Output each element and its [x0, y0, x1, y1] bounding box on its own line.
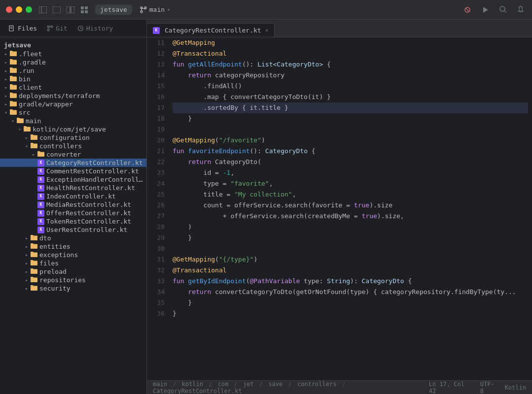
tree-item-label: controllers [39, 142, 82, 150]
folder-arrow-icon: ▾ [2, 110, 10, 115]
tree-item-repositories[interactable]: ▸repositories [0, 276, 146, 284]
svg-line-17 [504, 11, 506, 13]
code-line: .map { convertCategoryToDto(it) } [173, 92, 528, 102]
sidebar-toggle-icon[interactable] [38, 5, 48, 15]
folder-arrow-icon: ▾ [9, 118, 17, 124]
tree-item-OfferRestController[interactable]: KOfferRestController.kt [0, 209, 146, 217]
record-icon[interactable] [462, 4, 473, 15]
tree-item-fleet[interactable]: ▸.fleet [0, 50, 146, 58]
tree-item-CommentRestController[interactable]: KCommentRestController.kt [0, 167, 146, 175]
tree-item-bin[interactable]: ▸bin [0, 75, 146, 83]
tree-item-UserRestController[interactable]: KUserRestController.kt [0, 226, 146, 234]
tree-item-label: repositories [39, 276, 86, 284]
breadcrumb-part: save [268, 381, 283, 388]
tree-item-IndexController[interactable]: KIndexController.kt [0, 192, 146, 200]
plain-token: } [173, 310, 177, 317]
tree-item-ExceptionHandlerController[interactable]: KExceptionHandlerControlle... [0, 175, 146, 184]
plain-token: , [230, 169, 234, 176]
folder-arrow-icon: ▸ [2, 93, 10, 98]
function-token: getByIdEndpoint [188, 277, 246, 285]
tree-item-label: CommentRestController.kt [46, 167, 139, 175]
code-line: ) [173, 222, 528, 232]
kotlin-file-icon: K [37, 201, 44, 208]
run-icon[interactable] [480, 4, 491, 15]
tree-item-preload[interactable]: ▸preload [0, 267, 146, 276]
branch-icon [140, 6, 147, 13]
tree-item-entities[interactable]: ▸entities [0, 242, 146, 251]
tree-item-converter[interactable]: ▸converter [0, 150, 146, 159]
tree-item-client[interactable]: ▸client [0, 83, 146, 92]
line-number: 13 [151, 59, 165, 70]
tree-item-files[interactable]: ▸files [0, 259, 146, 267]
plain-token: } [173, 234, 192, 241]
tree-item-gradle[interactable]: ▸.gradle [0, 58, 146, 66]
grid-icon[interactable] [79, 5, 89, 15]
tree-item-run[interactable]: ▸.run [0, 66, 146, 75]
folder-arrow-icon: ▸ [23, 244, 31, 249]
tree-item-label: bin [19, 75, 30, 83]
code-line: @GetMapping [173, 37, 528, 48]
tree-item-src[interactable]: ▾src [0, 108, 146, 117]
tab-close-icon[interactable]: ✕ [265, 27, 269, 33]
minimize-button[interactable] [16, 6, 22, 13]
line-number: 35 [151, 297, 165, 308]
tree-item-configuration[interactable]: ▸configuration [0, 133, 146, 142]
layout1-icon[interactable] [52, 5, 62, 15]
tree-item-label: configuration [39, 134, 90, 141]
code-line: @GetMapping("/favorite") [173, 135, 528, 146]
line-number: 12 [151, 48, 165, 59]
project-name[interactable]: jetsave [95, 4, 132, 15]
tree-item-CategoryRestController[interactable]: KCategoryRestController.kt [0, 159, 146, 167]
tree-item-deployments[interactable]: ▸deployments/terraform [0, 92, 146, 100]
close-button[interactable] [6, 6, 12, 13]
code-line: return CategoryDto( [173, 157, 528, 167]
bell-icon[interactable] [515, 4, 526, 15]
tree-item-kotlin_com_jet_save[interactable]: ▾kotlin/com/jet/save [0, 125, 146, 133]
sidebar-tab-history[interactable]: History [72, 23, 118, 34]
plain-token: , [292, 191, 296, 198]
tree-item-dto[interactable]: ▸dto [0, 234, 146, 242]
type-token: String [327, 277, 350, 285]
annotation-token: @Transactional [173, 266, 227, 274]
folder-icon [17, 117, 24, 125]
folder-icon [10, 59, 17, 66]
svg-line-28 [80, 29, 82, 30]
plain-token: title = [173, 191, 234, 198]
code-line: type = "favorite", [173, 178, 528, 189]
type-token: CategoryDto [362, 277, 404, 285]
tree-item-label: entities [39, 243, 71, 250]
svg-rect-8 [85, 10, 88, 13]
tree-item-label: files [39, 260, 59, 267]
folder-icon [31, 260, 37, 267]
sidebar-tab-files[interactable]: Files [4, 23, 42, 34]
tree-item-exceptions[interactable]: ▸exceptions [0, 251, 146, 259]
code-line: id = -1, [173, 167, 528, 178]
tree-item-HealthRestController[interactable]: KHealthRestController.kt [0, 184, 146, 192]
annotation-token: @Transactional [173, 50, 227, 57]
breadcrumb-part: main [153, 381, 167, 388]
code-line: } [173, 232, 528, 243]
plain-token: } [173, 115, 192, 122]
code-content[interactable]: @GetMapping@Transactionalfun getAllEndpo… [169, 37, 532, 380]
line-number: 32 [151, 265, 165, 276]
tree-item-TokenRestController[interactable]: KTokenRestController.kt [0, 217, 146, 226]
editor-tab-categoryrestcontroller[interactable]: K CategoryRestController.kt ✕ [147, 23, 275, 37]
sidebar: Files Git History jetsave ▸.fleet▸.gradl… [0, 20, 147, 394]
tree-item-security[interactable]: ▸security [0, 284, 146, 293]
tree-item-gradle_wrapper[interactable]: ▸gradle/wrapper [0, 100, 146, 108]
kotlin-file-icon: K [37, 218, 44, 225]
folder-arrow-icon: ▸ [23, 286, 31, 291]
project-root[interactable]: jetsave [0, 39, 146, 50]
plain-token: .sortedBy { it.title } [173, 104, 288, 111]
folder-icon [37, 151, 44, 158]
tree-item-controllers[interactable]: ▾controllers [0, 142, 146, 150]
search-icon[interactable] [497, 4, 508, 15]
tree-item-MediaRestController[interactable]: KMediaRestController.kt [0, 200, 146, 209]
svg-rect-2 [53, 6, 61, 13]
layout2-icon[interactable] [66, 5, 75, 15]
maximize-button[interactable] [26, 6, 32, 13]
branch-selector[interactable]: main ▾ [140, 6, 170, 13]
plain-token: count = offerService.search(favorite = [173, 201, 354, 209]
tree-item-main[interactable]: ▾main [0, 117, 146, 125]
sidebar-tab-git[interactable]: Git [42, 23, 72, 34]
